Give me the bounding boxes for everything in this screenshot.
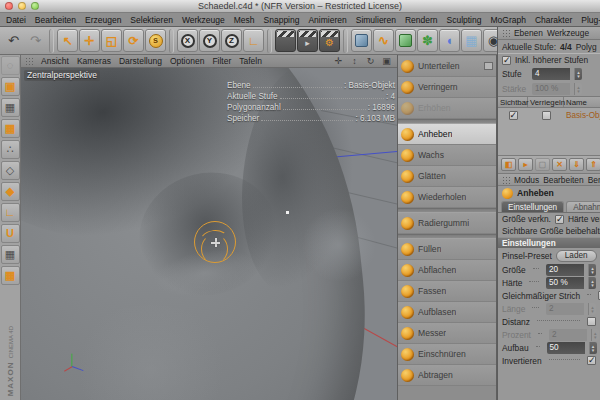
render-view-icon[interactable] xyxy=(275,29,296,52)
tool-abflachen[interactable]: Abflachen xyxy=(398,260,496,281)
attribute-checkbox[interactable] xyxy=(587,317,596,326)
tool-verringern[interactable]: Verringern xyxy=(398,77,496,98)
live-selection-icon[interactable]: ↖ xyxy=(57,29,78,52)
viewport-menu-item[interactable]: Filter xyxy=(212,56,231,66)
tool-unterteilen[interactable]: Unterteilen xyxy=(398,56,496,77)
viewport-canvas[interactable]: Ebene: Basis-Objekt Aktuelle Stufe: 4 Po… xyxy=(21,55,397,400)
layer-row-basis-objekt[interactable]: Basis-Objekt xyxy=(498,108,600,122)
attribute-value-field[interactable]: 50 % xyxy=(546,277,584,289)
add-camera-icon[interactable]: ◉ xyxy=(483,29,497,52)
bake-layer-button[interactable]: ⇑ xyxy=(586,158,600,171)
attribute-value-field[interactable]: 20 xyxy=(546,264,584,276)
attribute-value-field[interactable]: 2 xyxy=(549,329,587,341)
lock-workplane-icon[interactable]: ▦ xyxy=(1,245,20,264)
tool-abtragen[interactable]: Abtragen xyxy=(398,365,496,386)
tool-aufblasen[interactable]: Aufblasen xyxy=(398,302,496,323)
menu-item[interactable]: Bearbeiten xyxy=(35,15,76,25)
menu-item[interactable]: Snapping xyxy=(264,15,300,25)
tool-erhoehen[interactable]: Erhöhen xyxy=(398,98,496,119)
render-settings-icon[interactable]: ⚙ xyxy=(319,29,340,52)
add-deformer-icon[interactable]: ◖ xyxy=(439,29,460,52)
attribute-value-field[interactable]: 2 xyxy=(546,303,584,315)
object-axis-mode-icon[interactable]: ∟ xyxy=(1,203,20,222)
attribute-tab[interactable]: Abnahme xyxy=(566,201,600,212)
stufe-value-field[interactable]: 4 xyxy=(532,68,570,80)
tool-anheben[interactable]: Anheben xyxy=(398,124,496,145)
lock-y-axis-icon[interactable]: Y xyxy=(199,29,220,52)
viewport-3d[interactable]: Ebene: Basis-Objekt Aktuelle Stufe: 4 Po… xyxy=(21,55,397,400)
layer-list-empty-area[interactable] xyxy=(498,122,600,156)
panel-grip-icon[interactable] xyxy=(502,29,510,37)
lock-z-axis-icon[interactable]: Z xyxy=(221,29,242,52)
menu-item[interactable]: Charakter xyxy=(535,15,572,25)
menu-item[interactable]: Animieren xyxy=(308,15,346,25)
polygons-mode-icon[interactable]: ◆ xyxy=(1,182,20,201)
attribute-stepper[interactable] xyxy=(589,342,597,354)
attribute-tab[interactable]: Einstellungen xyxy=(501,201,564,212)
merge-down-button[interactable]: ⇓ xyxy=(569,158,584,171)
viewport-menu-item[interactable]: Tafeln xyxy=(239,56,262,66)
rotate-icon[interactable]: ⟳ xyxy=(123,29,144,52)
delete-layer-button[interactable]: ▢ xyxy=(535,158,550,171)
model-mode-icon[interactable]: ▣ xyxy=(1,77,20,96)
attribute-stepper[interactable] xyxy=(588,303,596,315)
panel-grip-icon[interactable] xyxy=(25,57,33,65)
menu-item[interactable]: Rendern xyxy=(405,15,438,25)
lock-x-axis-icon[interactable]: X xyxy=(177,29,198,52)
coordinate-system-icon[interactable]: ∟ xyxy=(243,29,264,52)
add-cube-object-icon[interactable] xyxy=(351,29,372,52)
menu-item[interactable]: Erzeugen xyxy=(85,15,121,25)
tool-wiederholen[interactable]: Wiederholen xyxy=(398,187,496,208)
stufe-stepper[interactable] xyxy=(574,68,582,80)
viewport-menu-item[interactable]: Optionen xyxy=(170,56,205,66)
menu-benutzer[interactable]: Benutz xyxy=(588,175,600,185)
menu-item[interactable]: MoGraph xyxy=(490,15,525,25)
last-tool-icon[interactable]: s xyxy=(145,29,166,52)
add-spline-icon[interactable]: ∿ xyxy=(373,29,394,52)
tool-einschnueren[interactable]: Einschnüren xyxy=(398,344,496,365)
pan-view-icon[interactable]: ✛ xyxy=(332,56,345,67)
laden-button[interactable]: Laden xyxy=(556,250,597,262)
viewport-menu-item[interactable]: Ansicht xyxy=(41,56,69,66)
attribute-stepper[interactable] xyxy=(588,264,596,276)
tool-messer[interactable]: Messer xyxy=(398,323,496,344)
groesse-verkn-checkbox[interactable] xyxy=(555,215,564,224)
workplane-mode-icon[interactable]: ▦ xyxy=(1,119,20,138)
menu-item[interactable]: Plug-ins xyxy=(581,15,600,25)
add-folder-button[interactable]: ▸ xyxy=(518,158,533,171)
viewport-menu-item[interactable]: Darstellung xyxy=(119,56,162,66)
erase-layer-button[interactable]: ✕ xyxy=(552,158,567,171)
menu-item[interactable]: Werkzeuge xyxy=(182,15,225,25)
attribute-value-field[interactable]: 50 xyxy=(547,342,585,354)
snap-magnet-icon[interactable]: U xyxy=(1,224,20,243)
tool-glaetten[interactable]: Glätten xyxy=(398,166,496,187)
undo-icon[interactable]: ↶ xyxy=(3,29,24,52)
attribute-stepper[interactable] xyxy=(591,329,599,341)
toggle-view-icon[interactable]: ▣ xyxy=(380,56,393,67)
convert-object-icon[interactable]: ◌ xyxy=(1,56,20,75)
detach-palette-icon[interactable] xyxy=(484,62,493,70)
redo-icon[interactable]: ↷ xyxy=(25,29,46,52)
add-layer-button[interactable]: ◧ xyxy=(501,158,516,171)
zoom-view-icon[interactable]: ↕ xyxy=(348,56,361,67)
menu-item[interactable]: Datei xyxy=(6,15,26,25)
menu-item[interactable]: Sculpting xyxy=(447,15,482,25)
panel-grip-icon[interactable] xyxy=(502,176,510,184)
tool-fassen[interactable]: Fassen xyxy=(398,281,496,302)
edges-mode-icon[interactable]: ◇ xyxy=(1,161,20,180)
tab-ebenen[interactable]: Ebenen xyxy=(514,28,543,38)
layer-visible-checkbox[interactable] xyxy=(509,111,518,120)
add-environment-icon[interactable]: ▦ xyxy=(461,29,482,52)
attribute-checkbox[interactable] xyxy=(587,356,596,365)
scale-icon[interactable]: ◱ xyxy=(101,29,122,52)
mograph-icon[interactable]: ✽ xyxy=(417,29,438,52)
attribute-stepper[interactable] xyxy=(588,277,596,289)
inkl-hoeherer-stufen-checkbox[interactable] xyxy=(502,56,511,65)
menu-bearbeiten[interactable]: Bearbeiten xyxy=(543,175,584,185)
menu-modus[interactable]: Modus xyxy=(514,175,539,185)
viewport-menu-item[interactable]: Kameras xyxy=(77,56,111,66)
move-icon[interactable]: ✛ xyxy=(79,29,100,52)
einstellungen-section-header[interactable]: Einstellungen xyxy=(498,237,600,248)
add-subdivision-surface-icon[interactable] xyxy=(395,29,416,52)
planar-workplane-icon[interactable]: ▦ xyxy=(1,266,20,285)
